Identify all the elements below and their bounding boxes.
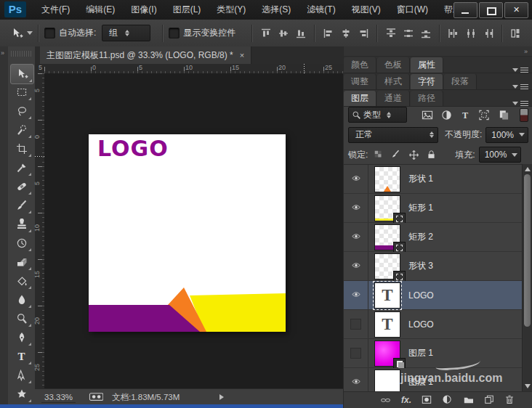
align-horizontal-centers-button[interactable]: [338, 25, 354, 41]
layer-visibility-empty[interactable]: [344, 310, 368, 338]
menu-item-2[interactable]: 编辑(E): [79, 1, 121, 19]
tools-grip[interactable]: [11, 51, 32, 57]
layer-filter-toggle[interactable]: [520, 108, 528, 122]
menu-item-3[interactable]: 图像(I): [124, 1, 163, 19]
blend-mode-dropdown[interactable]: 正常: [348, 127, 438, 143]
panel-tab-段落[interactable]: 段落: [444, 74, 477, 89]
move-tool[interactable]: [10, 64, 34, 84]
menu-item-8[interactable]: 视图(V): [345, 1, 387, 19]
lock-image-pixels-icon[interactable]: [391, 150, 401, 160]
type-tool[interactable]: T: [10, 347, 33, 366]
opacity-field[interactable]: 100%: [485, 127, 528, 143]
dodge-tool[interactable]: [10, 309, 33, 328]
panel-tab-色板[interactable]: 色板: [377, 57, 410, 73]
spot-healing-brush-tool[interactable]: [10, 177, 33, 196]
tool-preset-caret-icon[interactable]: [27, 31, 33, 35]
minimize-button[interactable]: [454, 2, 477, 18]
panel-menu-icon[interactable]: [512, 84, 528, 89]
layer-visibility-empty[interactable]: [344, 339, 368, 367]
pen-tool[interactable]: [10, 328, 33, 347]
layer-styles-icon[interactable]: fx.: [401, 395, 411, 405]
layer-row-6[interactable]: TLOGO: [344, 310, 523, 339]
menu-item-6[interactable]: 选择(S): [255, 1, 297, 19]
menu-item-9[interactable]: 窗口(W): [390, 1, 435, 19]
distribute-top-edges-button[interactable]: [383, 25, 399, 41]
blur-tool[interactable]: [10, 290, 33, 309]
layer-name[interactable]: LOGO: [408, 290, 434, 301]
panel-tab-通道[interactable]: 通道: [377, 91, 410, 106]
align-vertical-centers-button[interactable]: [275, 25, 291, 41]
layer-name[interactable]: 矩形 2: [408, 231, 433, 243]
new-group-icon[interactable]: [462, 396, 475, 405]
layer-row-7[interactable]: 图层 1: [344, 339, 523, 368]
auto-select-target-dropdown[interactable]: 组: [102, 25, 150, 41]
lock-position-icon[interactable]: [408, 150, 419, 160]
panel-tab-图层[interactable]: 图层: [344, 91, 376, 106]
shape-layer-filter-icon[interactable]: [478, 110, 490, 121]
menu-item-5[interactable]: 类型(Y): [210, 1, 252, 19]
layer-name[interactable]: 形状 3: [408, 260, 433, 272]
close-button[interactable]: ✕: [504, 2, 528, 18]
brush-tool[interactable]: [10, 196, 33, 215]
layer-visibility-eye-icon[interactable]: [344, 368, 368, 392]
crop-tool[interactable]: [10, 139, 33, 158]
paint-bucket-tool[interactable]: [10, 272, 33, 290]
lock-all-icon[interactable]: [427, 150, 436, 160]
maximize-button[interactable]: [479, 2, 503, 18]
auto-align-layers-button[interactable]: [508, 25, 524, 41]
close-document-icon[interactable]: ×: [240, 51, 244, 60]
layers-scrollbar[interactable]: [522, 164, 532, 391]
distribute-right-edges-button[interactable]: [480, 25, 496, 41]
layer-visibility-eye-icon[interactable]: [344, 252, 368, 280]
collapse-tools-icon[interactable]: »: [1, 49, 4, 57]
auto-select-checkbox[interactable]: [44, 28, 55, 38]
layer-visibility-eye-icon[interactable]: [344, 165, 368, 193]
layer-row-5[interactable]: TLOGO: [344, 281, 523, 310]
layer-visibility-eye-icon[interactable]: [344, 223, 368, 251]
layer-row-2[interactable]: 矩形 1: [344, 194, 523, 223]
delete-layer-icon[interactable]: [504, 395, 515, 405]
layer-name[interactable]: 形状 1: [408, 173, 433, 185]
distribute-vertical-centers-button[interactable]: [400, 25, 416, 41]
layer-thumbnail[interactable]: [374, 166, 400, 192]
align-left-edges-button[interactable]: [321, 25, 336, 41]
layer-row-3[interactable]: 矩形 2: [344, 223, 523, 252]
canvas[interactable]: LOGO: [89, 134, 286, 332]
status-menu-arrow-icon[interactable]: [219, 394, 224, 400]
scroll-down-icon[interactable]: [525, 384, 531, 388]
panel-tab-字符[interactable]: 字符: [411, 74, 443, 89]
scrollbar-thumb[interactable]: [524, 174, 531, 327]
align-top-edges-button[interactable]: [258, 25, 274, 41]
distribute-bottom-edges-button[interactable]: [418, 25, 434, 41]
clone-stamp-tool[interactable]: [10, 215, 33, 234]
layer-thumbnail[interactable]: [374, 370, 400, 393]
eyedropper-tool[interactable]: [10, 158, 33, 177]
layer-name[interactable]: 图层 1: [408, 347, 433, 359]
path-selection-tool[interactable]: [10, 366, 33, 385]
layer-name[interactable]: 矩形 1: [408, 202, 433, 214]
layer-filter-type-dropdown[interactable]: 类型: [348, 107, 407, 123]
layer-thumbnail[interactable]: T: [374, 282, 400, 309]
distribute-left-edges-button[interactable]: [446, 25, 462, 41]
collapse-panels-icon[interactable]: »: [524, 48, 527, 55]
adjustment-layer-filter-icon[interactable]: [441, 110, 452, 121]
layer-name[interactable]: LOGO: [408, 319, 434, 330]
scroll-up-icon[interactable]: [525, 167, 531, 171]
history-brush-tool[interactable]: [10, 234, 33, 253]
canvas-viewport[interactable]: LOGO: [44, 73, 343, 388]
layer-row-4[interactable]: 形状 3: [344, 252, 523, 281]
smart-object-filter-icon[interactable]: [498, 110, 509, 121]
custom-shape-tool[interactable]: [10, 385, 33, 404]
add-layer-mask-icon[interactable]: [421, 395, 432, 405]
fill-field[interactable]: 100%: [479, 147, 522, 163]
menu-item-4[interactable]: 图层(L): [166, 1, 208, 19]
panel-tab-颜色[interactable]: 颜色: [344, 57, 376, 73]
menu-item-7[interactable]: 滤镜(T): [300, 1, 342, 19]
type-layer-filter-icon[interactable]: T: [460, 110, 470, 121]
rectangular-marquee-tool[interactable]: [10, 83, 33, 102]
align-right-edges-button[interactable]: [355, 25, 371, 41]
panel-tab-样式[interactable]: 样式: [377, 74, 410, 89]
new-adjustment-layer-icon[interactable]: [442, 395, 453, 405]
layer-visibility-eye-icon[interactable]: [344, 194, 368, 222]
lock-transparent-pixels-icon[interactable]: [374, 150, 384, 160]
